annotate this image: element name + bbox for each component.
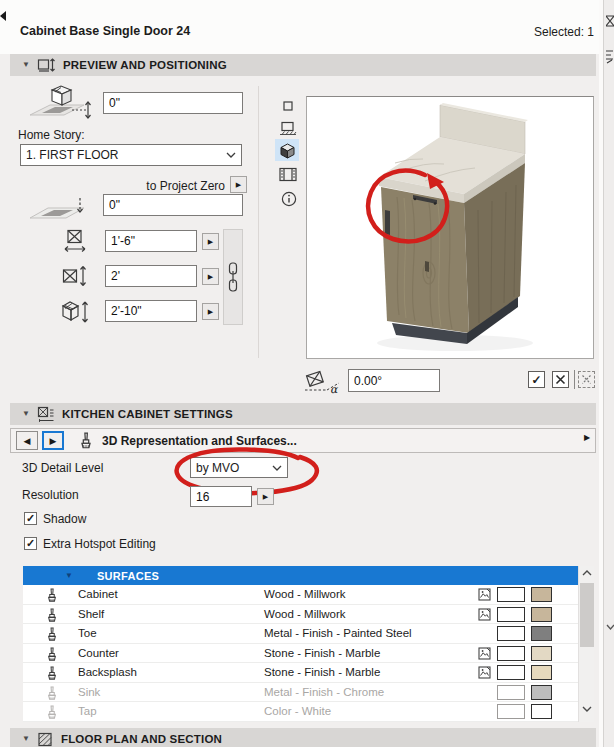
preview-mirror-toggle[interactable] xyxy=(552,371,569,388)
preview-3d-view-button-selected[interactable] xyxy=(275,139,299,161)
section-title: PREVIEW AND POSITIONING xyxy=(63,59,227,71)
surface-color-swatch[interactable] xyxy=(531,626,552,641)
chain-link-icon xyxy=(227,262,239,292)
preview-viewport[interactable] xyxy=(306,96,594,359)
table-row-tap-disabled: Tap Color - White xyxy=(23,702,578,722)
surface-pen-swatch[interactable] xyxy=(497,665,525,680)
resolution-input[interactable] xyxy=(190,486,252,507)
panel-divider xyxy=(258,86,259,358)
height-flyout-button[interactable]: ▶ xyxy=(202,303,219,320)
texture-icon xyxy=(478,588,491,601)
depth-input[interactable] xyxy=(105,265,197,287)
section-title: KITCHEN CABINET SETTINGS xyxy=(62,408,233,420)
tab-previous-button[interactable]: ◀ xyxy=(16,431,38,450)
surface-name: Backsplash xyxy=(78,666,137,678)
preview-2d-plan-button[interactable] xyxy=(281,99,295,113)
surface-pen-swatch[interactable] xyxy=(497,587,525,602)
surfaces-table: Cabinet Wood - Millwork Shelf Wood - Mil… xyxy=(23,585,578,722)
shadow-checkbox-checked[interactable]: ✓ xyxy=(24,512,37,525)
home-story-label: Home Story: xyxy=(18,128,85,142)
cropped-icon xyxy=(606,48,614,64)
chevron-down-icon xyxy=(226,152,236,158)
preview-elevation-button[interactable] xyxy=(278,120,298,137)
home-story-select[interactable]: 1. FIRST FLOOR xyxy=(20,144,242,166)
extra-hotspot-checkbox-checked[interactable]: ✓ xyxy=(24,537,37,550)
table-row-toe[interactable]: Toe Metal - Finish - Painted Steel xyxy=(23,624,578,644)
detail-level-value: by MVO xyxy=(196,461,239,475)
table-scrollbar[interactable] xyxy=(578,566,594,722)
top-elevation-input[interactable] xyxy=(103,92,243,114)
surface-color-swatch[interactable] xyxy=(531,587,552,602)
surface-color-swatch xyxy=(531,704,552,719)
surface-material[interactable]: Stone - Finish - Marble xyxy=(264,666,380,678)
detail-level-select[interactable]: by MVO xyxy=(190,457,288,478)
surface-pen-swatch[interactable] xyxy=(497,626,525,641)
surface-material[interactable]: Wood - Millwork xyxy=(264,608,346,620)
depth-flyout-button[interactable]: ▶ xyxy=(202,268,219,285)
preview-mirror-toggle-dashed[interactable] xyxy=(578,371,595,388)
tab-scroll-right-icon[interactable]: ▶ xyxy=(584,433,590,442)
resolution-flyout-button[interactable]: ▶ xyxy=(257,488,274,505)
surfaces-table-header[interactable]: ▼ SURFACES xyxy=(23,566,578,585)
preview-info-button[interactable] xyxy=(280,190,297,207)
surface-color-swatch[interactable] xyxy=(531,646,552,661)
surface-material[interactable]: Metal - Finish - Painted Steel xyxy=(264,627,412,639)
surface-material[interactable]: Wood - Millwork xyxy=(264,588,346,600)
rotation-input[interactable] xyxy=(348,369,440,392)
section-header-preview-positioning[interactable]: ▼ PREVIEW AND POSITIONING xyxy=(10,54,596,76)
chevron-up-icon xyxy=(582,570,592,576)
x-icon xyxy=(555,374,566,385)
chevron-down-icon xyxy=(582,706,592,712)
section-header-floor-plan-section[interactable]: ▼ FLOOR PLAN AND SECTION xyxy=(10,728,596,747)
panel-collapse-arrow-icon[interactable] xyxy=(0,11,6,21)
preview-animation-button[interactable] xyxy=(278,166,298,183)
anchor-reference-label[interactable]: to Project Zero xyxy=(100,179,225,193)
texture-icon xyxy=(478,608,491,621)
surface-brush-icon xyxy=(45,686,59,701)
surface-color-swatch[interactable] xyxy=(531,607,552,622)
scrollbar-thumb[interactable] xyxy=(580,583,594,647)
collapse-triangle-icon[interactable]: ▼ xyxy=(22,735,30,743)
surface-brush-icon xyxy=(45,666,59,681)
cabinet-3d-render xyxy=(307,97,593,358)
table-row-cabinet[interactable]: Cabinet Wood - Millwork xyxy=(23,585,578,605)
detail-level-label: 3D Detail Level xyxy=(22,461,103,475)
collapse-triangle-icon[interactable]: ▼ xyxy=(22,61,30,69)
preview-apply-toggle-checked[interactable]: ✓ xyxy=(528,371,545,388)
surface-name: Shelf xyxy=(78,608,104,620)
anchor-flyout-button[interactable]: ▶ xyxy=(230,176,247,193)
section-header-kitchen-cabinet-settings[interactable]: ▼ KITCHEN CABINET SETTINGS xyxy=(10,403,596,425)
check-icon: ✓ xyxy=(26,538,35,549)
surface-material[interactable]: Stone - Finish - Marble xyxy=(264,647,380,659)
extra-hotspot-label: Extra Hotspot Editing xyxy=(43,537,156,551)
surface-color-swatch[interactable] xyxy=(531,665,552,680)
link-dimensions-button[interactable] xyxy=(223,229,243,325)
rotation-angle-icon: α xyxy=(303,366,345,394)
table-row-shelf[interactable]: Shelf Wood - Millwork xyxy=(23,605,578,625)
collapse-triangle-icon[interactable]: ▼ xyxy=(65,571,73,580)
height-input[interactable] xyxy=(105,300,197,322)
surface-pen-swatch[interactable] xyxy=(497,607,525,622)
scroll-up-button[interactable] xyxy=(579,566,595,580)
tab-next-button-focused[interactable]: ▶ xyxy=(42,431,64,450)
bottom-elevation-input[interactable] xyxy=(103,194,243,216)
surface-pen-swatch[interactable] xyxy=(497,646,525,661)
surface-brush-icon xyxy=(45,608,59,623)
check-icon: ✓ xyxy=(531,373,541,387)
width-input[interactable] xyxy=(105,230,197,252)
chevron-down-icon[interactable] xyxy=(606,624,614,630)
table-row-counter[interactable]: Counter Stone - Finish - Marble xyxy=(23,644,578,664)
surface-material: Metal - Finish - Chrome xyxy=(264,686,384,698)
scroll-down-button[interactable] xyxy=(579,702,595,716)
table-row-backsplash[interactable]: Backsplash Stone - Finish - Marble xyxy=(23,663,578,683)
flyout-arrow-icon: ▶ xyxy=(236,181,241,189)
collapse-triangle-icon[interactable]: ▼ xyxy=(22,410,30,418)
width-flyout-button[interactable]: ▶ xyxy=(202,233,219,250)
texture-icon xyxy=(478,647,491,660)
flyout-arrow-icon: ▶ xyxy=(208,273,213,281)
surface-pen-swatch xyxy=(497,685,525,700)
top-elevation-icon xyxy=(28,84,96,124)
x-dashed-icon xyxy=(581,374,592,385)
tab-settings-3d-representation[interactable]: 3D Representation and Surfaces... xyxy=(102,434,297,448)
surface-name: Sink xyxy=(78,686,100,698)
